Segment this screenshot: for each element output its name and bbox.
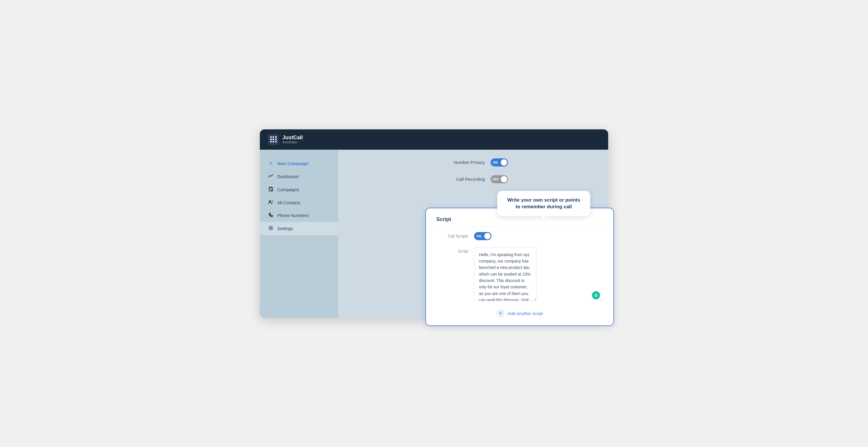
campaigns-icon [268, 186, 274, 193]
call-scripts-track[interactable]: ON [474, 232, 492, 240]
app-name: JustCall [282, 135, 303, 141]
sidebar-item-new-campaign[interactable]: + New Campaign [260, 157, 338, 170]
logo-text-block: JustCall AutoDialer [282, 135, 303, 144]
number-privacy-label: Number Privacy [438, 160, 485, 165]
logo-dots [270, 136, 277, 143]
add-script-label: Add another script [507, 311, 543, 316]
logo-icon [268, 134, 279, 145]
top-bar: JustCall AutoDialer [260, 129, 608, 150]
svg-point-4 [269, 200, 271, 202]
svg-point-5 [272, 200, 273, 202]
sidebar-item-all-contacts[interactable]: All Contacts [260, 196, 338, 209]
content-panel: Number Privacy ON Call Recording OFF [338, 150, 608, 318]
dashboard-icon [268, 174, 274, 179]
logo-dot [270, 139, 272, 140]
script-textarea-wrapper: G [474, 247, 603, 303]
sidebar-item-phone-numbers[interactable]: Phone Numbers [260, 209, 338, 222]
script-card: Script Write your own script or points t… [425, 208, 614, 326]
app-subname: AutoDialer [282, 140, 303, 144]
call-scripts-row: Call Scripts ON [436, 232, 603, 240]
tooltip-bubble: Write your own script or points to remem… [497, 191, 590, 216]
number-privacy-state: ON [493, 161, 498, 164]
number-privacy-row: Number Privacy ON [350, 159, 596, 167]
contacts-icon [268, 200, 274, 206]
script-label: Script [436, 247, 468, 253]
sidebar-label-dashboard: Dashboard [277, 174, 299, 179]
app-window: JustCall AutoDialer + New Campaign Dashb… [260, 129, 608, 318]
script-card-title: Script [436, 216, 603, 226]
settings-icon [268, 226, 274, 232]
logo-dot [273, 141, 274, 142]
logo-dot [275, 139, 277, 140]
sidebar-label-campaigns: Campaigns [277, 187, 299, 192]
logo-dot [275, 136, 277, 138]
call-scripts-state: ON [476, 234, 481, 238]
logo-dot [273, 139, 274, 140]
logo-dot [270, 136, 272, 138]
script-textarea[interactable] [474, 247, 536, 301]
tooltip-text: Write your own script or points to remem… [507, 197, 580, 210]
resize-handle[interactable] [598, 298, 602, 301]
call-recording-thumb [501, 176, 507, 182]
plus-icon: + [268, 160, 274, 167]
call-recording-state: OFF [492, 177, 499, 181]
svg-point-6 [270, 227, 272, 229]
main-content: + New Campaign Dashboard [260, 150, 608, 318]
number-privacy-toggle[interactable]: ON [491, 159, 508, 167]
svg-rect-3 [270, 190, 271, 191]
svg-rect-2 [270, 189, 272, 190]
sidebar-label-phone-numbers: Phone Numbers [277, 213, 309, 218]
logo-dot [273, 136, 274, 138]
add-script-circle-icon: + [496, 309, 504, 317]
call-scripts-label: Call Scripts [436, 232, 468, 238]
sidebar-item-dashboard[interactable]: Dashboard [260, 170, 338, 183]
svg-rect-1 [270, 188, 272, 188]
logo-dot [275, 141, 277, 142]
sidebar-label-all-contacts: All Contacts [277, 200, 301, 205]
number-privacy-track[interactable]: ON [491, 159, 508, 167]
sidebar-item-settings[interactable]: Settings [260, 222, 338, 235]
sidebar-label-settings: Settings [277, 226, 293, 231]
script-textarea-row: Script G [436, 247, 603, 303]
number-privacy-thumb [501, 159, 507, 166]
call-recording-row: Call Recording OFF [350, 175, 596, 183]
call-scripts-thumb [484, 233, 491, 239]
phone-icon [268, 213, 274, 218]
call-recording-track[interactable]: OFF [491, 175, 508, 183]
logo-dot [270, 141, 272, 142]
call-recording-label: Call Recording [438, 177, 485, 181]
logo-area: JustCall AutoDialer [268, 134, 303, 145]
add-script-button[interactable]: + Add another script [436, 309, 603, 317]
sidebar-label-new-campaign: New Campaign [277, 161, 309, 166]
sidebar-item-campaigns[interactable]: Campaigns [260, 183, 338, 196]
call-recording-toggle[interactable]: OFF [491, 175, 508, 183]
call-scripts-toggle[interactable]: ON [474, 232, 492, 240]
sidebar: + New Campaign Dashboard [260, 150, 338, 318]
